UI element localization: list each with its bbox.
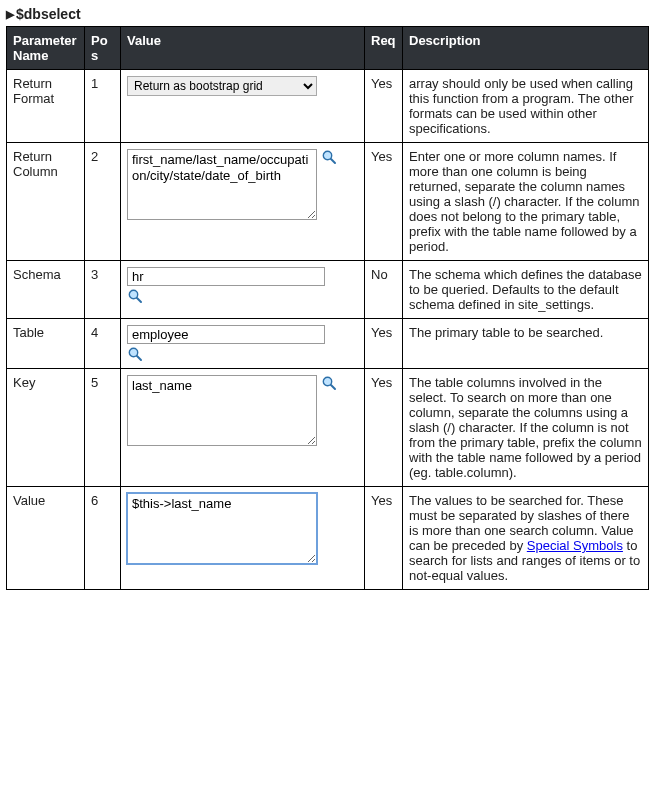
param-value-cell: Return as bootstrap grid: [121, 70, 365, 143]
table-row: Table4YesThe primary table to be searche…: [7, 319, 649, 369]
param-pos: 1: [85, 70, 121, 143]
param-desc: The table columns involved in the select…: [403, 369, 649, 487]
param-name: Schema: [7, 261, 85, 319]
svg-line-5: [137, 356, 141, 360]
magnifier-icon[interactable]: [127, 288, 143, 304]
param-textarea[interactable]: [127, 149, 317, 220]
param-pos: 3: [85, 261, 121, 319]
svg-line-3: [137, 298, 141, 302]
svg-line-7: [331, 385, 335, 389]
magnifier-icon[interactable]: [321, 375, 337, 391]
col-header-value: Value: [121, 27, 365, 70]
param-name: Value: [7, 487, 85, 590]
param-value-cell: [121, 369, 365, 487]
param-value-cell: [121, 487, 365, 590]
collapse-triangle-icon[interactable]: ▶: [6, 8, 14, 21]
col-header-param: Parameter Name: [7, 27, 85, 70]
param-value-cell: [121, 261, 365, 319]
param-req: Yes: [365, 319, 403, 369]
magnifier-icon[interactable]: [127, 346, 143, 362]
param-desc: The values to be searched for. These mus…: [403, 487, 649, 590]
param-value-cell: [121, 143, 365, 261]
param-desc: array should only be used when calling t…: [403, 70, 649, 143]
col-header-pos: Pos: [85, 27, 121, 70]
parameters-table: Parameter Name Pos Value Req Description…: [6, 26, 649, 590]
return-format-select[interactable]: Return as bootstrap grid: [127, 76, 317, 96]
param-name: Return Format: [7, 70, 85, 143]
param-desc: The schema which defines the database to…: [403, 261, 649, 319]
section-header: ▶ $dbselect: [6, 6, 649, 22]
param-req: Yes: [365, 143, 403, 261]
table-row: Return Column2YesEnter one or more colum…: [7, 143, 649, 261]
param-pos: 2: [85, 143, 121, 261]
table-row: Key5YesThe table columns involved in the…: [7, 369, 649, 487]
param-textarea[interactable]: [127, 375, 317, 446]
param-input[interactable]: [127, 325, 325, 344]
table-row: Schema3NoThe schema which defines the da…: [7, 261, 649, 319]
param-pos: 4: [85, 319, 121, 369]
param-pos: 5: [85, 369, 121, 487]
param-value-cell: [121, 319, 365, 369]
special-symbols-link[interactable]: Special Symbols: [527, 538, 623, 553]
svg-line-1: [331, 159, 335, 163]
param-desc: Enter one or more column names. If more …: [403, 143, 649, 261]
magnifier-icon[interactable]: [321, 149, 337, 165]
section-title: $dbselect: [16, 6, 81, 22]
param-textarea[interactable]: [127, 493, 317, 564]
param-req: Yes: [365, 369, 403, 487]
param-name: Key: [7, 369, 85, 487]
col-header-desc: Description: [403, 27, 649, 70]
table-header-row: Parameter Name Pos Value Req Description: [7, 27, 649, 70]
param-name: Return Column: [7, 143, 85, 261]
param-name: Table: [7, 319, 85, 369]
col-header-req: Req: [365, 27, 403, 70]
table-row: Value6YesThe values to be searched for. …: [7, 487, 649, 590]
param-req: Yes: [365, 487, 403, 590]
param-pos: 6: [85, 487, 121, 590]
param-req: No: [365, 261, 403, 319]
param-req: Yes: [365, 70, 403, 143]
table-row: Return Format1Return as bootstrap gridYe…: [7, 70, 649, 143]
param-desc: The primary table to be searched.: [403, 319, 649, 369]
param-input[interactable]: [127, 267, 325, 286]
